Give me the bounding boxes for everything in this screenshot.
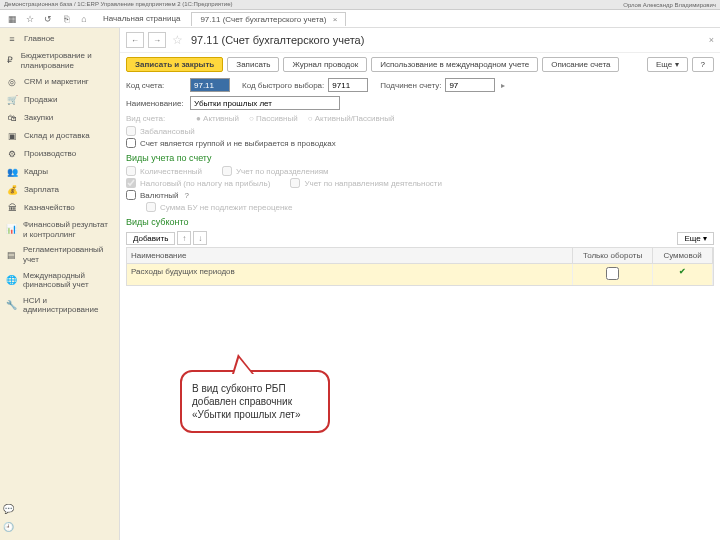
tab-account[interactable]: 97.11 (Счет бухгалтерского учета) × — [191, 12, 346, 26]
history-icon[interactable]: ↺ — [40, 12, 56, 26]
subkonto-table: Наименование Только обороты Суммовой Рас… — [126, 247, 714, 286]
cart-icon: 🛍 — [6, 112, 18, 124]
doc-icon: ▤ — [6, 249, 17, 261]
row-turnover[interactable] — [573, 264, 653, 285]
wrench-icon: 🔧 — [6, 299, 17, 311]
intl-button[interactable]: Использование в международном учете — [371, 57, 538, 72]
radio-passive[interactable]: ○ Пассивный — [249, 114, 298, 123]
sidebar-item-production[interactable]: ⚙Производство — [0, 145, 119, 163]
parent-label: Подчинен счету: — [380, 81, 441, 90]
window-titlebar: Демонстрационная база / 1С:ERP Управлени… — [0, 0, 720, 10]
radio-ap[interactable]: ○ Активный/Пассивный — [308, 114, 395, 123]
bank-icon: 🏛 — [6, 202, 18, 214]
sidebar-item-finance[interactable]: 📊Финансовый результат и контроллинг — [0, 217, 119, 242]
budget-icon: ₽ — [6, 55, 15, 67]
cb-bu — [146, 202, 156, 212]
more-button[interactable]: Еще ▾ — [647, 57, 688, 72]
fast-input[interactable] — [328, 78, 368, 92]
cb-turnover[interactable] — [606, 267, 619, 280]
add-button[interactable]: Добавить — [126, 232, 175, 245]
sidebar-item-intl[interactable]: 🌐Международный финансовый учет — [0, 268, 119, 293]
nav-back-button[interactable]: ← — [126, 32, 144, 48]
clock-icon[interactable]: 🕘 — [2, 522, 14, 534]
cb-dir-label: Учет по направлениям деятельности — [304, 179, 442, 188]
action-toolbar: Записать и закрыть Записать Журнал прово… — [120, 53, 720, 76]
name-label: Наименование: — [126, 99, 186, 108]
people-icon: 👥 — [6, 166, 18, 178]
sidebar-item-purchase[interactable]: 🛍Закупки — [0, 109, 119, 127]
table-row[interactable]: Расходы будущих периодов ✔ — [127, 264, 713, 285]
section-acct-types: Виды учета по счету — [120, 149, 720, 165]
journal-button[interactable]: Журнал проводок — [283, 57, 367, 72]
bottom-icons: 💬 🕘 — [2, 504, 14, 534]
apps-icon[interactable]: ▦ — [4, 12, 20, 26]
app-title: Демонстрационная база / 1С:ERP Управлени… — [4, 1, 233, 8]
sidebar-item-regaccounting[interactable]: ▤Регламентированный учет — [0, 242, 119, 267]
sidebar-item-hr[interactable]: 👥Кадры — [0, 163, 119, 181]
move-down-icon[interactable]: ↓ — [193, 231, 207, 245]
link-icon[interactable]: ⎘ — [58, 12, 74, 26]
sidebar-item-nsi[interactable]: 🔧НСИ и администрирование — [0, 293, 119, 318]
radio-active[interactable]: ● Активный — [196, 114, 239, 123]
cb-group[interactable] — [126, 138, 136, 148]
cb-currency[interactable] — [126, 190, 136, 200]
sidebar-item-main[interactable]: ≡Главное — [0, 30, 119, 48]
content-header: ← → ☆ 97.11 (Счет бухгалтерского учета) … — [120, 28, 720, 53]
cb-tax — [126, 178, 136, 188]
cb-currency-label: Валютный — [140, 191, 179, 200]
help-icon[interactable]: ? — [185, 191, 189, 200]
col-turnover: Только обороты — [573, 248, 653, 263]
row-name: Расходы будущих периодов — [127, 264, 573, 285]
parent-input[interactable] — [445, 78, 495, 92]
sales-icon: 🛒 — [6, 94, 18, 106]
user-name: Орлов Александр Владимирович — [623, 2, 716, 8]
nav-forward-button[interactable]: → — [148, 32, 166, 48]
favorite-icon[interactable]: ☆ — [172, 33, 183, 47]
globe-icon: 🌐 — [6, 274, 17, 286]
tab-account-label: 97.11 (Счет бухгалтерского учета) — [200, 15, 326, 24]
crm-icon: ◎ — [6, 76, 18, 88]
sidebar-item-treasury[interactable]: 🏛Казначейство — [0, 199, 119, 217]
content-area: ← → ☆ 97.11 (Счет бухгалтерского учета) … — [120, 28, 720, 540]
home-icon[interactable]: ⌂ — [76, 12, 92, 26]
chart-icon: 📊 — [6, 224, 17, 236]
tab-close-icon[interactable]: × — [333, 15, 338, 24]
gear-icon: ⚙ — [6, 148, 18, 160]
cb-offbalance — [126, 126, 136, 136]
annotation-callout: В вид субконто РБП добавлен справочник «… — [180, 370, 330, 433]
chat-icon[interactable]: 💬 — [2, 504, 14, 516]
description-button[interactable]: Описание счета — [542, 57, 619, 72]
move-up-icon[interactable]: ↑ — [177, 231, 191, 245]
sidebar-item-sales[interactable]: 🛒Продажи — [0, 91, 119, 109]
section-subkonto: Виды субконто — [120, 213, 720, 229]
type-label: Вид счета: — [126, 114, 186, 123]
account-type-row: Вид счета: ● Активный ○ Пассивный ○ Акти… — [120, 112, 720, 125]
page-title: 97.11 (Счет бухгалтерского учета) — [191, 34, 364, 46]
cb-dept — [222, 166, 232, 176]
tab-home[interactable]: Начальная страница — [94, 11, 189, 26]
cb-tax-label: Налоговый (по налогу на прибыль) — [140, 179, 270, 188]
name-input[interactable] — [190, 96, 340, 110]
box-icon: ▣ — [6, 130, 18, 142]
menu-icon: ≡ — [6, 33, 18, 45]
save-button[interactable]: Записать — [227, 57, 279, 72]
more2-button[interactable]: Еще ▾ — [677, 232, 714, 245]
close-icon[interactable]: × — [709, 35, 714, 45]
sidebar-item-crm[interactable]: ◎CRM и маркетинг — [0, 73, 119, 91]
sidebar-item-warehouse[interactable]: ▣Склад и доставка — [0, 127, 119, 145]
open-parent-icon[interactable]: ▸ — [501, 81, 505, 90]
sidebar-item-budget[interactable]: ₽Бюджетирование и планирование — [0, 48, 119, 73]
col-name: Наименование — [127, 248, 573, 263]
fast-label: Код быстрого выбора: — [242, 81, 324, 90]
sidebar-item-salary[interactable]: 💰Зарплата — [0, 181, 119, 199]
star-icon[interactable]: ☆ — [22, 12, 38, 26]
code-input[interactable] — [190, 78, 230, 92]
cb-group-label: Счет является группой и не выбирается в … — [140, 139, 336, 148]
code-label: Код счета: — [126, 81, 186, 90]
cb-qty — [126, 166, 136, 176]
cb-dir — [290, 178, 300, 188]
help-button[interactable]: ? — [692, 57, 714, 72]
top-toolbar: ▦ ☆ ↺ ⎘ ⌂ Начальная страница 97.11 (Счет… — [0, 10, 720, 28]
save-close-button[interactable]: Записать и закрыть — [126, 57, 223, 72]
cb-qty-label: Количественный — [140, 167, 202, 176]
